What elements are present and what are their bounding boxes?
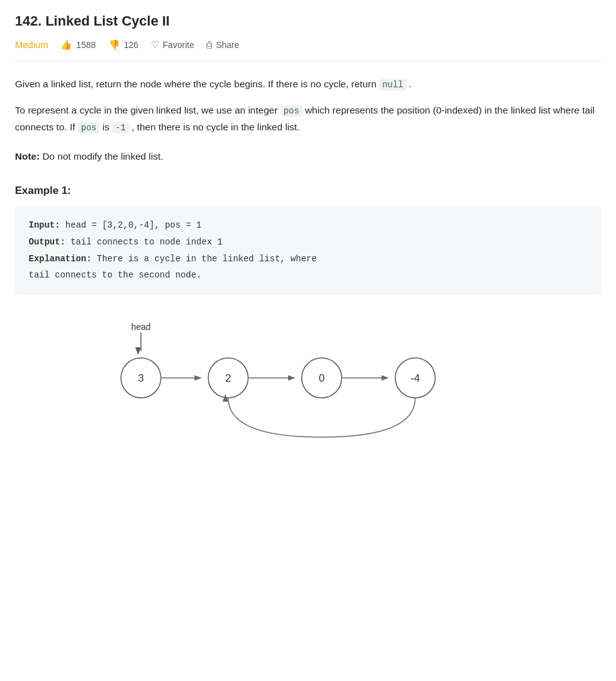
svg-text:2: 2 — [225, 372, 231, 384]
difficulty-badge[interactable]: Medium — [15, 39, 48, 50]
diagram-container: head 3 2 0 — [15, 312, 601, 471]
desc-text-2c: is — [102, 122, 109, 132]
thumbs-down-icon: 👎 — [108, 39, 120, 51]
thumbs-up-icon: 👍 — [60, 39, 72, 51]
share-button[interactable]: ⎙ Share — [206, 39, 239, 50]
head-label: head — [131, 322, 150, 332]
pos-code-2: pos — [78, 122, 100, 133]
description-paragraph1: Given a linked list, return the node whe… — [15, 76, 601, 93]
heart-icon: ♡ — [151, 39, 159, 51]
output-value: tail connects to node index 1 — [70, 237, 223, 247]
minus1-code: -1 — [112, 122, 129, 133]
linked-list-diagram: head 3 2 0 — [108, 319, 508, 456]
explanation-text2: tail connects to the second node. — [29, 270, 201, 280]
svg-text:0: 0 — [319, 372, 324, 384]
input-line: Input: head = [3,2,0,-4], pos = 1 — [29, 217, 587, 234]
diagram-svg-wrapper: head 3 2 0 — [108, 319, 508, 458]
explanation-label: Explanation: — [29, 254, 92, 264]
share-icon: ⎙ — [206, 39, 212, 50]
favorite-button[interactable]: ♡ Favorite — [151, 39, 195, 51]
explanation-line1: Explanation: There is a cycle in the lin… — [29, 251, 587, 268]
example1-title: Example 1: — [15, 185, 601, 197]
pos-code-1: pos — [281, 105, 302, 117]
likes-count: 1588 — [76, 40, 95, 50]
example1-code-block: Input: head = [3,2,0,-4], pos = 1 Output… — [15, 206, 601, 294]
note-label: Note: — [15, 151, 40, 162]
svg-text:3: 3 — [138, 372, 143, 384]
example1-section: Example 1: Input: head = [3,2,0,-4], pos… — [15, 185, 601, 470]
null-code: null — [379, 79, 407, 90]
dislikes-count: 126 — [124, 40, 138, 50]
likes-button[interactable]: 👍 1588 — [60, 39, 95, 51]
meta-row: Medium 👍 1588 👎 126 ♡ Favorite ⎙ Share — [15, 39, 601, 61]
desc-text-2a: To represent a cycle in the given linked… — [15, 105, 277, 115]
desc-text-1: Given a linked list, return the node whe… — [15, 79, 377, 89]
input-value: head = [3,2,0,-4], pos = 1 — [65, 220, 201, 230]
input-label: Input: — [29, 220, 60, 230]
description-paragraph2: To represent a cycle in the given linked… — [15, 102, 601, 136]
description-section: Given a linked list, return the node whe… — [15, 76, 601, 136]
share-label: Share — [216, 40, 239, 50]
desc-text-2d: , then there is no cycle in the linked l… — [132, 122, 300, 132]
explanation-line2: tail connects to the second node. — [29, 267, 587, 284]
note-section: Note: Do not modify the linked list. — [15, 148, 601, 165]
problem-title: 142. Linked List Cycle II — [15, 12, 601, 31]
favorite-label: Favorite — [163, 40, 195, 50]
desc-text-1-end: . — [409, 79, 411, 89]
output-label: Output: — [29, 237, 65, 247]
output-line: Output: tail connects to node index 1 — [29, 234, 587, 251]
note-text: Do not modify the linked list. — [42, 151, 163, 162]
svg-text:-4: -4 — [410, 372, 420, 384]
explanation-value: There is a cycle in the linked list, whe… — [97, 254, 317, 264]
dislikes-button[interactable]: 👎 126 — [108, 39, 138, 51]
page-container: 142. Linked List Cycle II Medium 👍 1588 … — [0, 0, 616, 483]
